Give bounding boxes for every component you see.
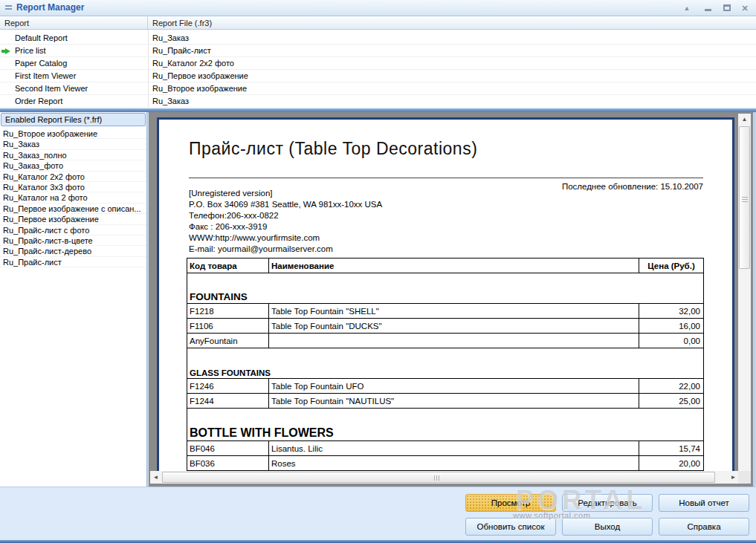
item-row: F1246Table Top Fountain UFO22,00 (187, 379, 704, 394)
item-name: Table Top Fountain "DUCKS" (269, 319, 639, 334)
section-row: FOUNTAINS (187, 273, 704, 304)
refresh-list-button[interactable]: Обновить список (465, 518, 556, 536)
item-code: AnyFountain (187, 334, 269, 348)
file-list-item[interactable]: Ru_Каталог на 2 фото (0, 192, 146, 203)
item-code: BF046 (187, 441, 269, 456)
title-bar: Report Manager ▲ ✕ (0, 0, 756, 16)
horizontal-scroll-thumb[interactable] (162, 472, 715, 483)
price-table-header-row: Код товараНаименованиеЦена (Руб.) (187, 259, 704, 273)
window-bottom-edge (0, 540, 756, 543)
file-list-item[interactable]: Ru_Прайс-лист с фото (0, 225, 146, 235)
company-address-block: [Unregistered version]P.O. Box 34069 #38… (189, 188, 382, 255)
vertical-scrollbar[interactable]: ▲ ▼ (738, 114, 751, 484)
file-list-item[interactable]: Ru_Второе изображение (0, 129, 146, 139)
file-list-item[interactable]: Ru_Заказ_полно (0, 150, 146, 160)
item-row: F1244Table Top Fountain "NAUTILUS"25,00 (187, 394, 704, 409)
title-rule (189, 178, 703, 178)
item-name: Lisantus. Lilic (269, 441, 639, 456)
report-name: Paper Catalog (0, 59, 148, 68)
scroll-left-icon[interactable]: ◄ (150, 471, 161, 484)
report-rows: Default ReportRu_ЗаказPrice listRu_Прайс… (0, 30, 756, 108)
thumb-grip (434, 475, 443, 481)
new-report-button[interactable]: Новый отчет (659, 494, 749, 512)
report-page: Прайс-лист (Table Top Decorations) После… (157, 117, 734, 471)
report-row[interactable]: Order ReportRu_Заказ (0, 95, 756, 108)
vertical-scroll-thumb[interactable] (739, 126, 750, 269)
address-line: WWW:http://www.yourfirmsite.com (189, 233, 382, 244)
column-header-report-file[interactable]: Report File (.fr3) (148, 16, 756, 30)
bottom-button-panel: Просмотр Редактировать Новый отчет Обнов… (0, 487, 756, 543)
thumb-grip (742, 197, 748, 204)
column-header-report[interactable]: Report (0, 16, 148, 30)
item-code: F1244 (187, 394, 269, 409)
section-title: BOTTLE WITH FLOWERS (187, 409, 704, 441)
report-row[interactable]: Second Item ViewerRu_Второе изображение (0, 82, 756, 95)
scrollbar-corner (738, 471, 751, 484)
report-name: Default Report (0, 33, 148, 42)
item-code: F1218 (187, 304, 269, 319)
file-list-item[interactable]: Ru_Заказ (0, 139, 146, 149)
price-table-body: Код товараНаименованиеЦена (Руб.)FOUNTAI… (187, 259, 704, 471)
help-button[interactable]: Справка (659, 518, 749, 536)
col-header-code: Код товара (187, 259, 269, 273)
address-line: [Unregistered version] (189, 188, 382, 199)
item-price: 32,00 (639, 304, 704, 319)
file-list-item[interactable]: Ru_Первое изображение (0, 214, 146, 224)
enabled-files-header[interactable]: Enabled Report Files (*.frf) (1, 113, 146, 126)
scroll-up-icon[interactable]: ▲ (738, 114, 751, 125)
address-line: P.O. Box 34069 #381 Seattle, WA 981xx-10… (189, 199, 382, 210)
item-price: 25,00 (639, 394, 704, 409)
item-row: BF046Lisantus. Lilic15,74 (187, 441, 704, 456)
item-code: F1106 (187, 319, 269, 334)
report-file: Ru_Первое изображение (148, 71, 756, 80)
report-list: Report Report File (.fr3) Default Report… (0, 16, 756, 108)
file-list-item[interactable]: Ru_Заказ_фото (0, 160, 146, 171)
report-row[interactable]: First Item ViewerRu_Первое изображение (0, 70, 756, 82)
minimize-icon[interactable] (701, 2, 714, 14)
rollup-icon[interactable]: ▲ (680, 2, 694, 14)
address-line: E-mail: yourmail@yourmailserver.com (189, 244, 382, 255)
report-name: Price list (0, 46, 148, 55)
item-price: 15,74 (639, 441, 704, 456)
selected-arrow-icon (5, 48, 10, 54)
item-price: 0,00 (639, 334, 704, 348)
report-preview-area: Прайс-лист (Table Top Decorations) После… (148, 112, 753, 487)
report-name: Order Report (0, 97, 148, 105)
report-file: Ru_Каталог 2x2 фото (148, 59, 756, 68)
report-file: Ru_Прайс-лист (148, 46, 756, 55)
item-name: Table Top Fountain "SHELL" (269, 304, 639, 319)
item-name: Roses (269, 456, 639, 471)
maximize-icon[interactable] (720, 2, 734, 14)
file-list-item[interactable]: Ru_Каталог 3x3 фото (0, 182, 146, 192)
report-row[interactable]: Price listRu_Прайс-лист (0, 45, 756, 57)
section-title: GLASS FOUNTAINS (187, 348, 704, 379)
file-list-item[interactable]: Ru_Первое изображение с описан... (0, 204, 146, 214)
section-row: BOTTLE WITH FLOWERS (187, 409, 704, 441)
report-row[interactable]: Default ReportRu_Заказ (0, 32, 756, 45)
item-row: AnyFountain0,00 (187, 334, 704, 348)
address-line: Факс : 206-xxx-3919 (189, 221, 382, 233)
col-header-price: Цена (Руб.) (639, 259, 704, 273)
price-table: Код товараНаименованиеЦена (Руб.)FOUNTAI… (187, 258, 704, 471)
file-list-item[interactable]: Ru_Каталог 2x2 фото (0, 172, 146, 182)
scroll-right-icon[interactable]: ► (728, 471, 739, 484)
report-file: Ru_Заказ (148, 97, 756, 105)
item-price: 22,00 (639, 379, 704, 394)
file-list-item[interactable]: Ru_Прайс-лист-дерево (0, 246, 146, 256)
item-price: 16,00 (639, 319, 704, 334)
item-row: F1106Table Top Fountain "DUCKS"16,00 (187, 319, 704, 334)
item-name (269, 334, 639, 348)
item-name: Table Top Fountain UFO (269, 379, 639, 394)
horizontal-scrollbar[interactable]: ◄ ► (150, 471, 739, 484)
report-row[interactable]: Paper CatalogRu_Каталог 2x2 фото (0, 57, 756, 70)
app-icon (5, 5, 12, 11)
file-list-item[interactable]: Ru_Прайс-лист-в-цвете (0, 235, 146, 246)
close-icon[interactable]: ✕ (738, 2, 752, 14)
report-file: Ru_Второе изображение (148, 84, 756, 93)
report-list-header: Report Report File (.fr3) (0, 16, 756, 30)
item-row: BF036Roses20,00 (187, 456, 704, 471)
item-row: F1218Table Top Fountain "SHELL"32,00 (187, 304, 704, 319)
file-list-item[interactable]: Ru_Прайс-лист (0, 257, 146, 267)
exit-button[interactable]: Выход (562, 518, 653, 536)
report-file: Ru_Заказ (148, 33, 756, 42)
